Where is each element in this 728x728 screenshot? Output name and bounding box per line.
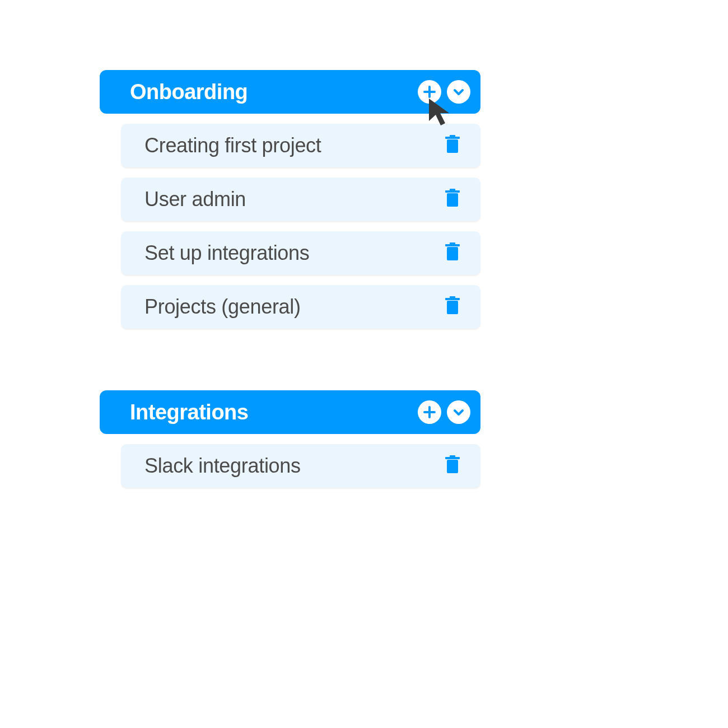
section-header[interactable]: Onboarding xyxy=(100,70,480,114)
section-integrations: Integrations Slack integrations xyxy=(100,390,480,488)
category-list: Onboarding Creating first project xyxy=(100,70,480,549)
item-label: Slack integrations xyxy=(144,454,301,478)
delete-button[interactable] xyxy=(445,135,460,156)
item-label: User admin xyxy=(144,188,246,211)
svg-rect-14 xyxy=(450,455,455,458)
chevron-down-icon xyxy=(452,405,465,419)
section-header[interactable]: Integrations xyxy=(100,390,480,434)
trash-icon xyxy=(445,189,460,210)
delete-button[interactable] xyxy=(445,242,460,264)
list-item[interactable]: Set up integrations xyxy=(121,231,480,275)
item-label: Projects (general) xyxy=(144,295,301,319)
add-button[interactable] xyxy=(418,400,441,424)
add-button[interactable] xyxy=(418,80,441,104)
list-item[interactable]: Slack integrations xyxy=(121,444,480,488)
section-onboarding: Onboarding Creating first project xyxy=(100,70,480,329)
delete-button[interactable] xyxy=(445,189,460,210)
delete-button[interactable] xyxy=(445,296,460,318)
delete-button[interactable] xyxy=(445,455,460,477)
item-label: Set up integrations xyxy=(144,241,310,265)
svg-rect-8 xyxy=(450,242,455,245)
header-actions xyxy=(418,400,470,424)
svg-rect-0 xyxy=(447,139,458,153)
section-title: Integrations xyxy=(130,400,248,424)
list-item[interactable]: Creating first project xyxy=(121,124,480,167)
svg-rect-6 xyxy=(447,247,458,260)
plus-icon xyxy=(423,85,436,99)
svg-rect-5 xyxy=(450,189,455,191)
plus-icon xyxy=(423,405,436,419)
section-title: Onboarding xyxy=(130,80,248,104)
item-label: Creating first project xyxy=(144,134,321,157)
chevron-down-icon xyxy=(452,85,465,99)
trash-icon xyxy=(445,242,460,264)
svg-rect-3 xyxy=(447,193,458,207)
svg-rect-11 xyxy=(450,296,455,298)
trash-icon xyxy=(445,296,460,318)
collapse-button[interactable] xyxy=(447,400,470,424)
collapse-button[interactable] xyxy=(447,80,470,104)
svg-rect-2 xyxy=(450,135,455,137)
trash-icon xyxy=(445,135,460,156)
svg-rect-12 xyxy=(447,460,458,473)
list-item[interactable]: Projects (general) xyxy=(121,285,480,329)
trash-icon xyxy=(445,455,460,477)
svg-rect-9 xyxy=(447,301,458,314)
list-item[interactable]: User admin xyxy=(121,178,480,221)
section-items: Slack integrations xyxy=(100,444,480,488)
header-actions xyxy=(418,80,470,104)
section-items: Creating first project User admin Set up… xyxy=(100,124,480,329)
